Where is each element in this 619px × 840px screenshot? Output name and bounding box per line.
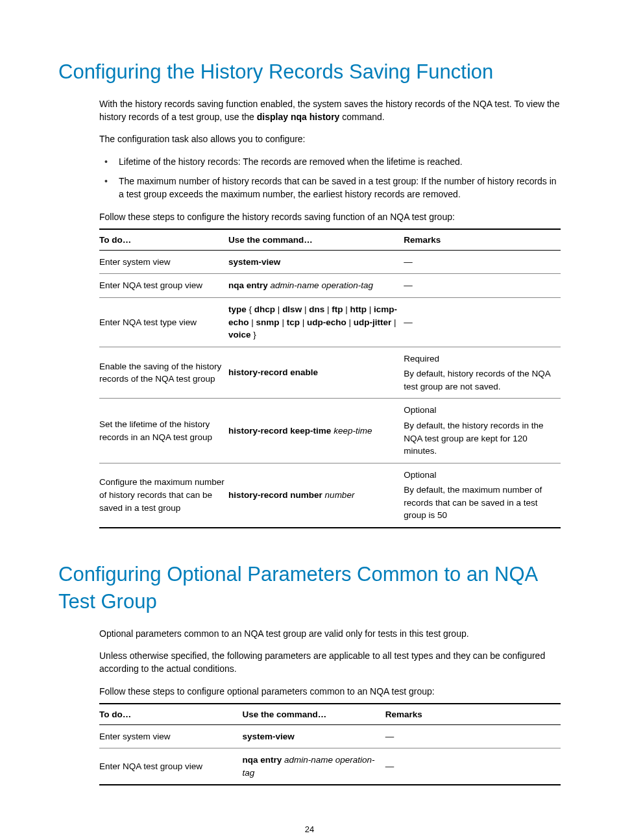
keyword: udp-echo [307, 317, 346, 327]
remarks-cell: Required By default, history records of … [404, 347, 561, 399]
col-header-remarks: Remarks [404, 229, 561, 251]
keyword: dns [309, 304, 324, 314]
remarks-detail: By default, the maximum number of record… [404, 484, 557, 522]
cmd-cell: nqa entry admin-name operation-tag [228, 274, 404, 298]
cmd-cell: system-view [228, 250, 404, 274]
cmd-cell: nqa entry admin-name operation-tag [242, 748, 385, 785]
sep: | [346, 317, 354, 327]
col-header-todo: To do… [99, 704, 242, 725]
remarks-detail: By default, history records of the NQA t… [404, 367, 557, 393]
sep: | [275, 304, 282, 314]
remarks-cell: Optional By default, the maximum number … [404, 463, 561, 528]
page-number: 24 [58, 824, 561, 834]
col-header-cmd: Use the command… [242, 704, 385, 725]
keyword: dhcp [254, 304, 275, 314]
remarks-cell: — [385, 748, 561, 785]
command-arg: admin-name operation-tag [268, 280, 373, 290]
text: } [251, 330, 256, 340]
intro-paragraph-1: With the history records saving function… [99, 97, 561, 124]
keyword: tcp [287, 317, 300, 327]
remarks-status: Required [404, 352, 557, 365]
table-row: Enter NQA test group view nqa entry admi… [99, 274, 561, 298]
keyword: snmp [256, 317, 280, 327]
col-header-remarks: Remarks [385, 704, 561, 725]
todo-cell: Enable the saving of the history records… [99, 347, 228, 399]
sep: | [302, 304, 309, 314]
intro-paragraph-2: The configuration task also allows you t… [99, 132, 561, 145]
command-arg: number [322, 490, 355, 500]
text: { [247, 304, 254, 314]
list-item: The maximum number of history records th… [99, 175, 561, 201]
text: command. [339, 112, 384, 122]
table-row: Enter NQA test group view nqa entry admi… [99, 748, 561, 785]
list-item: Lifetime of the history records: The rec… [99, 155, 561, 168]
command: history-record keep-time [228, 426, 331, 436]
remarks-cell: — [404, 250, 561, 274]
todo-cell: Enter NQA test group view [99, 274, 228, 298]
remarks-cell: — [404, 298, 561, 347]
remarks-cell: — [385, 724, 561, 748]
keyword: dlsw [282, 304, 302, 314]
section-heading-2: Configuring Optional Parameters Common t… [58, 561, 561, 615]
table-row: Enter NQA test type view type { dhcp | d… [99, 298, 561, 347]
remarks-status: Optional [404, 469, 557, 482]
sep: | [280, 317, 287, 327]
keyword: http [350, 304, 366, 314]
todo-cell: Enter NQA test group view [99, 748, 242, 785]
command: system-view [228, 257, 280, 267]
steps-intro-2: Follow these steps to configure optional… [99, 685, 561, 698]
intro-paragraph-3: Optional parameters common to an NQA tes… [99, 627, 561, 640]
cmd-cell: system-view [242, 724, 385, 748]
remarks-cell: Optional By default, the history records… [404, 399, 561, 463]
table-row: Enter system view system-view — [99, 724, 561, 748]
command-arg: keep-time [331, 426, 372, 436]
col-header-todo: To do… [99, 229, 228, 251]
cmd-cell: type { dhcp | dlsw | dns | ftp | http | … [228, 298, 404, 347]
sep: | [324, 304, 332, 314]
command: nqa entry [228, 280, 268, 290]
todo-cell: Configure the maximum number of history … [99, 463, 228, 528]
sep: | [249, 317, 256, 327]
remarks-detail: By default, the history records in the N… [404, 419, 557, 458]
section-heading-1: Configuring the History Records Saving F… [58, 58, 561, 86]
cmd-cell: history-record keep-time keep-time [228, 399, 404, 463]
cmd-cell: history-record enable [228, 347, 404, 399]
table-row: Enter system view system-view — [99, 250, 561, 274]
command: type [228, 304, 247, 314]
sep: | [367, 304, 374, 314]
keyword: udp-jitter [354, 317, 392, 327]
command-inline: display nqa history [257, 112, 340, 122]
intro-paragraph-4: Unless otherwise specified, the followin… [99, 649, 561, 676]
todo-cell: Set the lifetime of the history records … [99, 399, 228, 463]
steps-intro: Follow these steps to configure the hist… [99, 210, 561, 223]
remarks-status: Optional [404, 404, 557, 417]
todo-cell: Enter system view [99, 250, 228, 274]
command: history-record enable [228, 367, 318, 377]
command: history-record number [228, 490, 322, 500]
remarks-cell: — [404, 274, 561, 298]
keyword: ftp [332, 304, 343, 314]
table-row: Enable the saving of the history records… [99, 347, 561, 399]
keyword: voice [228, 330, 251, 340]
sep: | [343, 304, 350, 314]
table-row: Configure the maximum number of history … [99, 463, 561, 528]
table-row: Set the lifetime of the history records … [99, 399, 561, 463]
command: system-view [242, 732, 294, 741]
col-header-cmd: Use the command… [228, 229, 404, 251]
sep: | [391, 317, 396, 327]
todo-cell: Enter NQA test type view [99, 298, 228, 347]
table-header-row: To do… Use the command… Remarks [99, 704, 561, 725]
sep: | [300, 317, 307, 327]
table-header-row: To do… Use the command… Remarks [99, 229, 561, 251]
bullet-list: Lifetime of the history records: The rec… [99, 155, 561, 201]
command: nqa entry [242, 755, 282, 765]
cmd-cell: history-record number number [228, 463, 404, 528]
todo-cell: Enter system view [99, 724, 242, 748]
steps-table-1: To do… Use the command… Remarks Enter sy… [99, 229, 561, 528]
steps-table-2: To do… Use the command… Remarks Enter sy… [99, 703, 561, 786]
